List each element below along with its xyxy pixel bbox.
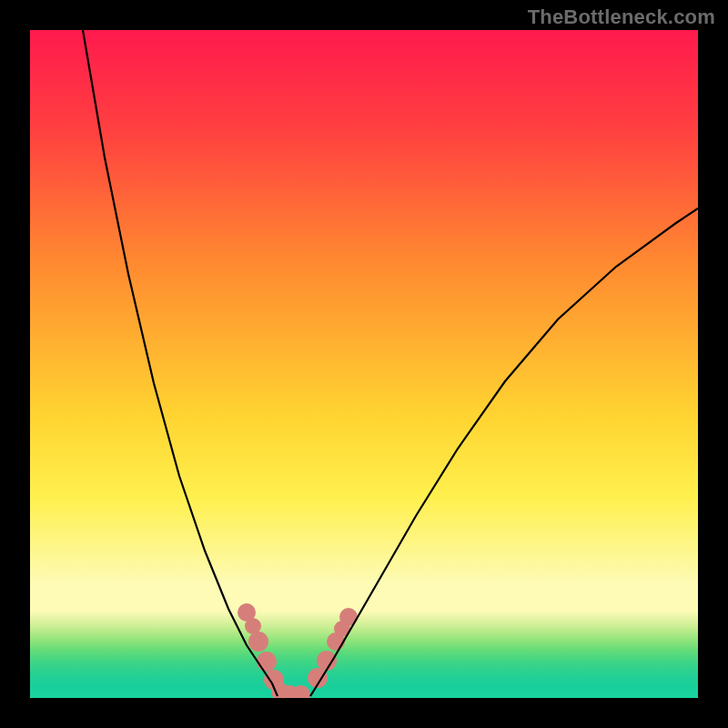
marker-group xyxy=(238,603,358,698)
data-marker xyxy=(257,652,277,672)
right-curve xyxy=(310,208,698,696)
watermark-text: TheBottleneck.com xyxy=(528,5,715,29)
left-curve xyxy=(83,30,278,696)
data-marker xyxy=(317,651,337,671)
chart-frame: TheBottleneck.com xyxy=(0,0,728,728)
data-marker xyxy=(248,632,268,652)
curve-layer xyxy=(30,30,698,698)
plot-area xyxy=(30,30,698,698)
